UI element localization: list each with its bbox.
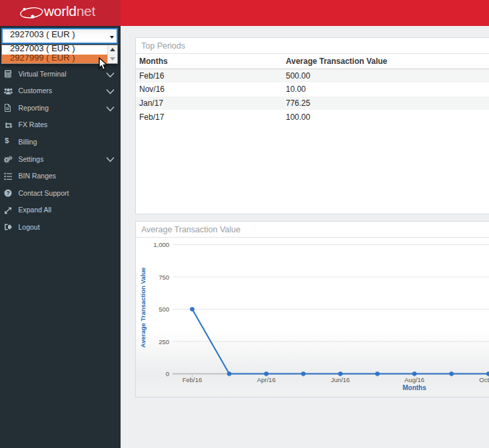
svg-text:500: 500 [159,306,169,313]
svg-text:Oct/16: Oct/16 [479,376,489,383]
svg-text:Feb/16: Feb/16 [183,376,203,383]
svg-text:?: ? [6,190,9,196]
svg-text:Aug/16: Aug/16 [404,376,424,383]
svg-text:Months: Months [402,384,426,391]
svg-text:750: 750 [159,274,169,281]
svg-text:Average Transaction Value: Average Transaction Value [139,268,147,348]
svg-text:Apr/16: Apr/16 [257,376,276,383]
svg-text:1,000: 1,000 [153,241,169,248]
svg-text:0: 0 [166,370,169,377]
svg-text:250: 250 [159,338,169,345]
svg-text:Jun/16: Jun/16 [331,376,350,383]
